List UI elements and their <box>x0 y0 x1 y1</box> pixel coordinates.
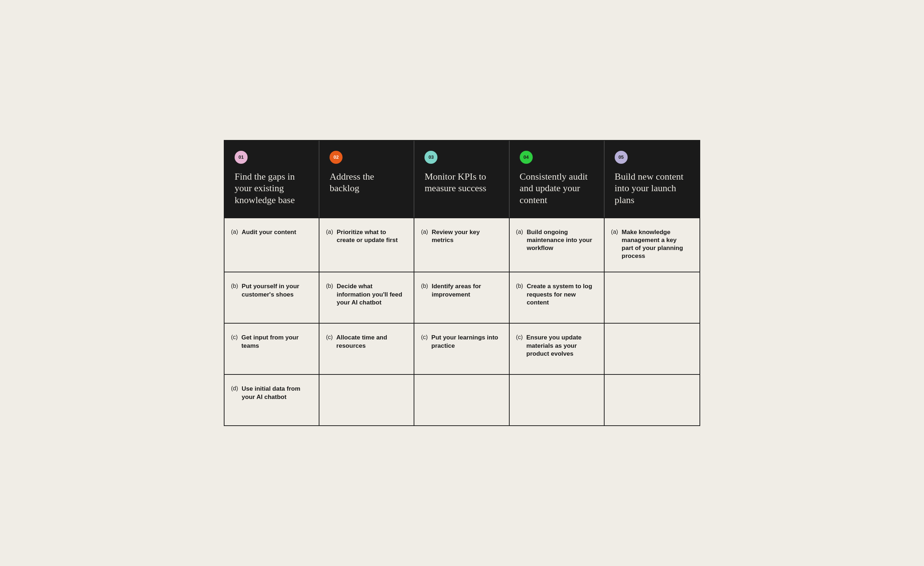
cell-text-r3-c4: Ensure you update materials as your prod… <box>526 334 594 358</box>
cell-text-r2-c2: Decide what information you'll feed your… <box>337 283 404 306</box>
header-cell-5: 05Build new content into your launch pla… <box>604 141 699 218</box>
body-row-3: (c)Get input from your teams(c)Allocate … <box>225 323 699 375</box>
body-cell-inner-r1-c3: (a)Review your key metrics <box>421 228 498 244</box>
main-table: 01Find the gaps in your existing knowled… <box>224 140 700 427</box>
body-cell-inner-r1-c4: (a)Build ongoing maintenance into your w… <box>516 228 594 252</box>
cell-label-r2-c1: (b) <box>231 283 238 289</box>
body-cell-inner-r1-c1: (a)Audit your content <box>231 228 296 236</box>
badge-4: 04 <box>520 151 533 164</box>
body-cell-inner-r1-c2: (a)Prioritize what to create or update f… <box>326 228 404 244</box>
body-cell-r3-c3: (c)Put your learnings into practice <box>414 323 509 374</box>
cell-text-r3-c2: Allocate time and resources <box>336 334 404 350</box>
body-row-2: (b)Put yourself in your customer's shoes… <box>225 273 699 323</box>
body-cell-r2-c5 <box>604 273 699 323</box>
body-cell-inner-r2-c2: (b)Decide what information you'll feed y… <box>326 283 404 306</box>
badge-5: 05 <box>615 151 628 164</box>
body-cell-r3-c1: (c)Get input from your teams <box>225 323 320 374</box>
header-cell-1: 01Find the gaps in your existing knowled… <box>225 141 320 218</box>
cell-text-r4-c1: Use initial data from your AI chatbot <box>242 385 309 401</box>
body-cell-inner-r3-c2: (c)Allocate time and resources <box>326 334 404 350</box>
body-cell-inner-r2-c4: (b)Create a system to log requests for n… <box>516 283 594 306</box>
cell-text-r3-c3: Put your learnings into practice <box>431 334 499 350</box>
body-cell-r3-c4: (c)Ensure you update materials as your p… <box>510 323 604 374</box>
header-cell-2: 02Address the backlog <box>320 141 414 218</box>
cell-text-r3-c1: Get input from your teams <box>242 334 309 350</box>
body-cell-r1-c2: (a)Prioritize what to create or update f… <box>320 218 414 272</box>
body-cell-inner-r4-c1: (d)Use initial data from your AI chatbot <box>231 385 309 401</box>
cell-text-r1-c5: Make knowledge management a key part of … <box>621 228 689 260</box>
body-cell-r4-c2 <box>320 375 414 425</box>
body-cell-r1-c4: (a)Build ongoing maintenance into your w… <box>510 218 604 272</box>
header-title-4: Consistently audit and update your conte… <box>520 171 594 206</box>
body-cell-r4-c5 <box>604 375 699 425</box>
body-rows: (a)Audit your content(a)Prioritize what … <box>225 218 699 425</box>
header-cell-3: 03Monitor KPIs to measure success <box>414 141 509 218</box>
cell-text-r1-c3: Review your key metrics <box>432 228 499 244</box>
body-cell-r4-c1: (d)Use initial data from your AI chatbot <box>225 375 320 425</box>
cell-label-r2-c3: (b) <box>421 283 428 289</box>
body-cell-inner-r2-c1: (b)Put yourself in your customer's shoes <box>231 283 309 298</box>
header-title-2: Address the backlog <box>330 171 404 195</box>
cell-text-r1-c1: Audit your content <box>242 228 296 236</box>
body-cell-inner-r2-c3: (b)Identify areas for improvement <box>421 283 498 298</box>
body-row-1: (a)Audit your content(a)Prioritize what … <box>225 218 699 273</box>
cell-label-r1-c1: (a) <box>231 228 238 235</box>
cell-label-r1-c2: (a) <box>326 228 333 235</box>
body-cell-r2-c3: (b)Identify areas for improvement <box>414 273 509 323</box>
cell-label-r1-c3: (a) <box>421 228 428 235</box>
header-title-3: Monitor KPIs to measure success <box>424 171 498 195</box>
cell-label-r1-c5: (a) <box>611 228 618 235</box>
body-cell-r3-c2: (c)Allocate time and resources <box>320 323 414 374</box>
badge-3: 03 <box>424 151 438 164</box>
header-title-1: Find the gaps in your existing knowledge… <box>235 171 309 206</box>
body-cell-r4-c4 <box>510 375 604 425</box>
body-cell-r2-c4: (b)Create a system to log requests for n… <box>510 273 604 323</box>
body-cell-r2-c1: (b)Put yourself in your customer's shoes <box>225 273 320 323</box>
cell-label-r2-c4: (b) <box>516 283 524 289</box>
body-cell-r3-c5 <box>604 323 699 374</box>
cell-text-r1-c4: Build ongoing maintenance into your work… <box>526 228 594 252</box>
cell-label-r4-c1: (d) <box>231 385 238 392</box>
badge-2: 02 <box>330 151 342 164</box>
cell-text-r2-c1: Put yourself in your customer's shoes <box>242 283 309 298</box>
cell-label-r3-c1: (c) <box>231 334 238 341</box>
cell-label-r3-c2: (c) <box>326 334 333 341</box>
body-cell-r2-c2: (b)Decide what information you'll feed y… <box>320 273 414 323</box>
body-row-4: (d)Use initial data from your AI chatbot <box>225 375 699 425</box>
cell-label-r3-c3: (c) <box>421 334 428 341</box>
body-cell-r4-c3 <box>414 375 509 425</box>
header-cell-4: 04Consistently audit and update your con… <box>510 141 604 218</box>
header-title-5: Build new content into your launch plans <box>615 171 689 206</box>
body-cell-inner-r3-c4: (c)Ensure you update materials as your p… <box>516 334 594 358</box>
body-cell-inner-r3-c1: (c)Get input from your teams <box>231 334 309 350</box>
body-cell-inner-r1-c5: (a)Make knowledge management a key part … <box>611 228 689 260</box>
cell-text-r1-c2: Prioritize what to create or update firs… <box>337 228 404 244</box>
badge-1: 01 <box>235 151 248 164</box>
cell-label-r1-c4: (a) <box>516 228 524 235</box>
header-row: 01Find the gaps in your existing knowled… <box>225 141 699 219</box>
cell-label-r3-c4: (c) <box>516 334 523 341</box>
body-cell-r1-c5: (a)Make knowledge management a key part … <box>604 218 699 272</box>
cell-text-r2-c3: Identify areas for improvement <box>432 283 499 298</box>
cell-label-r2-c2: (b) <box>326 283 333 289</box>
body-cell-r1-c3: (a)Review your key metrics <box>414 218 509 272</box>
body-cell-r1-c1: (a)Audit your content <box>225 218 320 272</box>
body-cell-inner-r3-c3: (c)Put your learnings into practice <box>421 334 498 350</box>
cell-text-r2-c4: Create a system to log requests for new … <box>526 283 594 306</box>
